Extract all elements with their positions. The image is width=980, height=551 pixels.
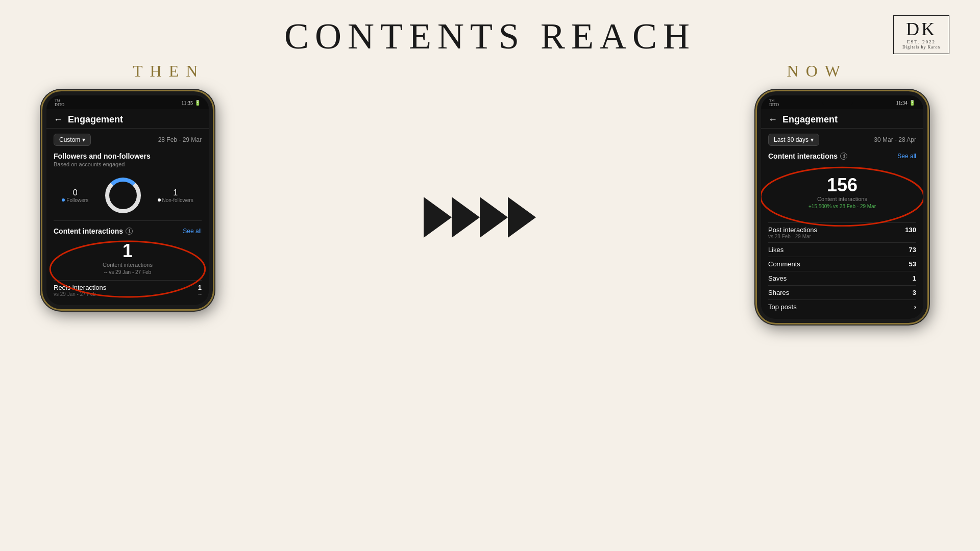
svg-marker-3 bbox=[480, 197, 508, 238]
left-notch bbox=[108, 102, 138, 105]
left-tm-label: TM bbox=[55, 98, 64, 103]
right-see-all[interactable]: See all bbox=[897, 153, 916, 160]
right-screen-title: Engagement bbox=[782, 114, 838, 125]
left-phone-wrapper: TM DITO 11:35 🔋 ← Engagement bbox=[41, 90, 225, 311]
right-carrier: DITO bbox=[769, 103, 779, 107]
right-info-icon: ℹ bbox=[840, 153, 847, 160]
left-filter-row: Custom ▾ 28 Feb - 29 Mar bbox=[54, 134, 202, 146]
right-post-interactions-row: Post interactions vs 28 Feb - 29 Mar 130… bbox=[768, 222, 916, 242]
left-comparison: -- vs 29 Jan - 27 Feb bbox=[54, 269, 202, 275]
right-phone-wrapper: TM DITO 11:34 🔋 ← Engagement bbox=[755, 90, 939, 324]
nonfollowers-label: Non-followers bbox=[162, 197, 193, 203]
right-center-label: Content interactions bbox=[768, 196, 916, 202]
left-phone-status-bar: TM DITO 11:35 🔋 bbox=[46, 95, 209, 109]
dk-logo-sub: Digitals by Karen bbox=[901, 45, 942, 49]
right-big-number: 156 bbox=[768, 174, 916, 196]
left-info-icon: ℹ bbox=[126, 228, 133, 235]
right-interactions-title-text: Content interactions bbox=[768, 152, 838, 160]
left-followers-stat: 0 Followers bbox=[62, 188, 88, 203]
left-time: 11:35 bbox=[182, 100, 193, 106]
left-donut-area: 0 Followers 1 bbox=[54, 172, 202, 221]
left-date-range: 28 Feb - 29 Mar bbox=[158, 136, 202, 143]
right-circle-container: 156 Content interactions +15,500% vs 28 … bbox=[768, 165, 916, 217]
svg-marker-1 bbox=[424, 197, 452, 238]
svg-marker-4 bbox=[508, 197, 536, 238]
right-post-label: Post interactions bbox=[768, 226, 817, 234]
battery-indicator: 🔋 bbox=[194, 100, 201, 106]
right-custom-btn[interactable]: Last 30 days ▾ bbox=[768, 134, 819, 146]
left-reels-sublabel: vs 29 Jan - 27 Feb bbox=[54, 291, 106, 297]
right-shares-row: Shares 3 bbox=[768, 285, 916, 299]
left-screen-title: Engagement bbox=[68, 114, 123, 125]
left-phone-frame: TM DITO 11:35 🔋 ← Engagement bbox=[41, 90, 214, 311]
right-phone-screen: ← Engagement Last 30 days ▾ 30 Mar - 28 … bbox=[761, 109, 923, 319]
left-phone-screen: ← Engagement Custom ▾ 28 Feb - 29 Mar bbox=[46, 109, 209, 305]
right-comments-row: Comments 53 bbox=[768, 257, 916, 271]
right-comments-label: Comments bbox=[768, 260, 800, 268]
right-likes-row: Likes 73 bbox=[768, 242, 916, 257]
right-phone-frame: TM DITO 11:34 🔋 ← Engagement bbox=[755, 90, 929, 324]
dk-logo-letters: DK bbox=[901, 20, 942, 38]
right-saves-row: Saves 1 bbox=[768, 271, 916, 285]
left-reels-label: Reels interactions bbox=[54, 284, 106, 291]
left-reels-row: Reels interactions vs 29 Jan - 27 Feb 1 … bbox=[54, 280, 202, 300]
right-back-arrow[interactable]: ← bbox=[768, 114, 777, 125]
right-shares-label: Shares bbox=[768, 289, 789, 296]
left-interactions-title-text: Content interactions bbox=[54, 227, 123, 235]
right-filter-row: Last 30 days ▾ 30 Mar - 28 Apr bbox=[768, 134, 916, 146]
right-date-range: 30 Mar - 28 Apr bbox=[874, 136, 916, 143]
right-saves-label: Saves bbox=[768, 274, 787, 282]
followers-dot bbox=[62, 198, 65, 202]
left-screen-content: Custom ▾ 28 Feb - 29 Mar Followers and n… bbox=[46, 129, 209, 305]
right-comments-value: 53 bbox=[909, 260, 916, 268]
right-likes-label: Likes bbox=[768, 246, 783, 254]
right-top-posts-row: Top posts › bbox=[768, 299, 916, 314]
arrows-svg bbox=[424, 192, 556, 243]
right-interactions-header: Content interactions ℹ See all bbox=[768, 152, 916, 160]
left-donut-chart bbox=[105, 178, 141, 213]
left-interactions-header: Content interactions ℹ See all bbox=[54, 227, 202, 235]
nonfollowers-dot bbox=[158, 198, 161, 202]
left-followers-title: Followers and non-followers bbox=[54, 152, 202, 160]
right-notch bbox=[822, 102, 853, 105]
right-likes-value: 73 bbox=[909, 246, 916, 254]
right-battery-indicator: 🔋 bbox=[909, 100, 915, 106]
dk-logo: DK EST. 2022 Digitals by Karen bbox=[893, 15, 949, 54]
left-reels-subvalue: -- bbox=[198, 291, 202, 297]
left-big-number: 1 bbox=[54, 240, 202, 262]
left-screen-header: ← Engagement bbox=[46, 109, 209, 129]
page-title: CONTENTS REACH bbox=[0, 0, 980, 58]
followers-label: Followers bbox=[66, 197, 88, 203]
right-post-sublabel: vs 28 Feb - 29 Mar bbox=[768, 234, 817, 239]
left-followers-subtitle: Based on accounts engaged bbox=[54, 161, 202, 167]
arrows-container bbox=[225, 90, 755, 243]
right-time: 11:34 bbox=[896, 100, 908, 106]
left-followers-section: Followers and non-followers Based on acc… bbox=[54, 152, 202, 221]
left-reels-value: 1 bbox=[198, 284, 202, 291]
right-post-value: 130 bbox=[905, 226, 916, 234]
left-custom-btn[interactable]: Custom ▾ bbox=[54, 134, 91, 146]
right-screen-content: Last 30 days ▾ 30 Mar - 28 Apr Content i… bbox=[761, 129, 923, 319]
then-label: THEN bbox=[133, 62, 205, 81]
left-carrier: DITO bbox=[55, 103, 64, 107]
left-circle-container: 1 Content interactions -- vs 29 Jan - 27… bbox=[54, 240, 202, 275]
right-top-posts-label: Top posts bbox=[768, 303, 797, 311]
left-nonfollowers-stat: 1 Non-followers bbox=[158, 188, 193, 203]
right-phone-status-bar: TM DITO 11:34 🔋 bbox=[761, 95, 923, 109]
right-post-subvalue: -- bbox=[905, 234, 916, 239]
right-shares-value: 3 bbox=[913, 289, 916, 296]
dk-logo-est: EST. 2022 bbox=[901, 39, 942, 44]
svg-marker-2 bbox=[452, 197, 480, 238]
right-tm-label: TM bbox=[769, 98, 779, 103]
right-comparison: +15,500% vs 28 Feb - 29 Mar bbox=[768, 204, 916, 209]
right-screen-header: ← Engagement bbox=[761, 109, 923, 129]
left-center-label: Content interactions bbox=[54, 262, 202, 268]
left-back-arrow[interactable]: ← bbox=[54, 114, 63, 125]
now-label: NOW bbox=[787, 62, 847, 81]
left-see-all[interactable]: See all bbox=[183, 228, 202, 235]
right-saves-value: 1 bbox=[913, 274, 916, 282]
